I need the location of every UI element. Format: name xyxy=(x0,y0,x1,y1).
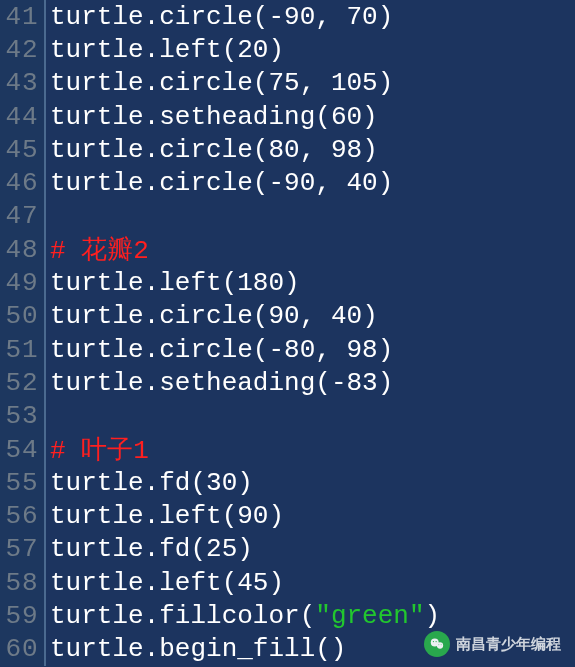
token-punct: , xyxy=(300,68,331,98)
token-ident: turtle xyxy=(50,534,144,564)
token-punct: ( xyxy=(253,68,269,98)
token-punct: ) xyxy=(378,68,394,98)
token-punct: ( xyxy=(253,135,269,165)
line-number: 46 xyxy=(0,166,46,199)
code-content: turtle.begin_fill() xyxy=(46,634,346,664)
token-num: 40 xyxy=(347,168,378,198)
line-number: 52 xyxy=(0,366,46,399)
token-ident: circle xyxy=(159,335,253,365)
token-punct: ( xyxy=(315,102,331,132)
code-content: turtle.circle(90, 40) xyxy=(46,301,378,331)
line-number: 41 xyxy=(0,0,46,33)
token-num: 105 xyxy=(331,68,378,98)
watermark-text: 南昌青少年编程 xyxy=(456,635,561,654)
token-num: 90 xyxy=(268,301,299,331)
code-line: 50turtle.circle(90, 40) xyxy=(0,300,575,333)
token-punct: . xyxy=(144,168,160,198)
code-content: turtle.circle(-90, 70) xyxy=(46,2,393,32)
token-punct: , xyxy=(315,335,346,365)
token-ident: begin_fill xyxy=(159,634,315,664)
token-ident: turtle xyxy=(50,501,144,531)
watermark: 南昌青少年编程 xyxy=(424,631,561,657)
line-number: 48 xyxy=(0,233,46,266)
token-ident: turtle xyxy=(50,601,144,631)
code-line: 49turtle.left(180) xyxy=(0,266,575,299)
token-ident: fd xyxy=(159,534,190,564)
code-line: 46turtle.circle(-90, 40) xyxy=(0,166,575,199)
token-punct: ) xyxy=(378,335,394,365)
line-number: 44 xyxy=(0,100,46,133)
line-number: 59 xyxy=(0,599,46,632)
svg-point-3 xyxy=(436,641,437,642)
code-content: turtle.left(90) xyxy=(46,501,284,531)
wechat-icon xyxy=(424,631,450,657)
line-number: 55 xyxy=(0,466,46,499)
line-number: 60 xyxy=(0,633,46,666)
code-content: turtle.setheading(-83) xyxy=(46,368,393,398)
token-ident: turtle xyxy=(50,468,144,498)
code-editor: 41turtle.circle(-90, 70)42turtle.left(20… xyxy=(0,0,575,666)
line-number: 49 xyxy=(0,266,46,299)
token-punct: ( xyxy=(253,2,269,32)
token-ident: left xyxy=(159,568,221,598)
token-num: 180 xyxy=(237,268,284,298)
token-ident: left xyxy=(159,35,221,65)
line-number: 42 xyxy=(0,33,46,66)
line-number: 45 xyxy=(0,133,46,166)
line-number: 47 xyxy=(0,200,46,233)
token-punct: . xyxy=(144,135,160,165)
token-num: -80 xyxy=(268,335,315,365)
code-line: 43turtle.circle(75, 105) xyxy=(0,67,575,100)
code-content: # 叶子1 xyxy=(46,432,149,467)
token-ident: turtle xyxy=(50,135,144,165)
token-punct: ) xyxy=(268,568,284,598)
token-str: "green" xyxy=(315,601,424,631)
token-punct: () xyxy=(315,634,346,664)
token-num: 40 xyxy=(331,301,362,331)
token-punct: ( xyxy=(253,301,269,331)
token-num: 98 xyxy=(347,335,378,365)
token-ident: turtle xyxy=(50,335,144,365)
token-punct: . xyxy=(144,335,160,365)
token-punct: ( xyxy=(190,534,206,564)
token-ident: circle xyxy=(159,135,253,165)
token-punct: . xyxy=(144,301,160,331)
token-num: 60 xyxy=(331,102,362,132)
line-number: 56 xyxy=(0,499,46,532)
token-num: 75 xyxy=(268,68,299,98)
token-num: 30 xyxy=(206,468,237,498)
token-punct: . xyxy=(144,268,160,298)
token-num: 98 xyxy=(331,135,362,165)
code-line: 42turtle.left(20) xyxy=(0,33,575,66)
code-line: 48# 花瓣2 xyxy=(0,233,575,266)
token-punct: ) xyxy=(237,468,253,498)
code-line: 51turtle.circle(-80, 98) xyxy=(0,333,575,366)
token-ident: setheading xyxy=(159,102,315,132)
line-number: 58 xyxy=(0,566,46,599)
code-content: turtle.setheading(60) xyxy=(46,102,378,132)
token-ident: turtle xyxy=(50,35,144,65)
token-num: -90 xyxy=(268,2,315,32)
code-content: turtle.fillcolor("green") xyxy=(46,601,440,631)
token-punct: . xyxy=(144,634,160,664)
token-ident: turtle xyxy=(50,68,144,98)
token-num: 90 xyxy=(237,501,268,531)
token-punct: ( xyxy=(222,568,238,598)
token-punct: . xyxy=(144,501,160,531)
token-ident: turtle xyxy=(50,634,144,664)
token-punct: . xyxy=(144,35,160,65)
token-ident: turtle xyxy=(50,368,144,398)
token-punct: ) xyxy=(237,534,253,564)
token-punct: ) xyxy=(362,102,378,132)
token-comment: # 花瓣2 xyxy=(50,236,149,266)
code-line: 53 xyxy=(0,400,575,433)
token-punct: ( xyxy=(222,35,238,65)
token-punct: ) xyxy=(268,501,284,531)
code-content: turtle.circle(80, 98) xyxy=(46,135,378,165)
token-punct: ( xyxy=(222,268,238,298)
code-line: 41turtle.circle(-90, 70) xyxy=(0,0,575,33)
token-punct: . xyxy=(144,102,160,132)
token-punct: , xyxy=(300,135,331,165)
token-punct: , xyxy=(315,2,346,32)
code-line: 55turtle.fd(30) xyxy=(0,466,575,499)
